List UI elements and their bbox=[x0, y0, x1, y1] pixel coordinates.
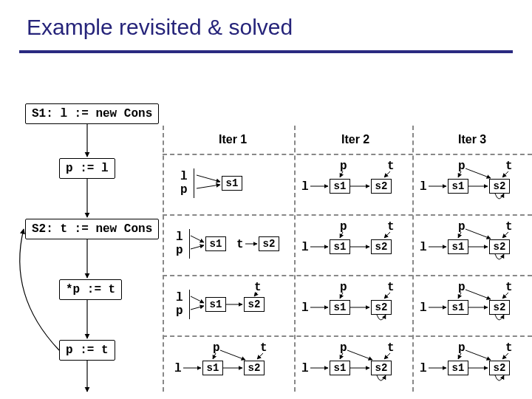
lbl-l: l bbox=[301, 180, 309, 194]
cell-r2-c1: lp s1 t s2 bbox=[170, 216, 288, 275]
node-s1: s1 bbox=[330, 179, 350, 194]
cell-r3-c3: p t l s1 s2 bbox=[415, 276, 526, 335]
svg-line-28 bbox=[191, 296, 204, 303]
stmt-s2: p := l bbox=[59, 158, 115, 179]
vdivider-0 bbox=[163, 126, 164, 392]
svg-line-13 bbox=[466, 168, 491, 178]
svg-line-29 bbox=[191, 306, 204, 310]
stmt-s3: S2: t := new Cons bbox=[25, 219, 159, 239]
lbl-t: t bbox=[505, 160, 513, 173]
svg-line-38 bbox=[466, 290, 491, 299]
title-underline bbox=[19, 50, 513, 53]
iter-3-header: Iter 3 bbox=[458, 133, 486, 146]
iter-1-header: Iter 1 bbox=[219, 133, 247, 146]
lbl-l: l bbox=[420, 180, 427, 194]
svg-line-17 bbox=[191, 245, 204, 249]
cell-r1-c1: lp s1 bbox=[170, 155, 288, 214]
vdivider-1 bbox=[294, 126, 296, 392]
stmt-s4: *p := t bbox=[59, 279, 122, 300]
lbl-p: p bbox=[180, 183, 188, 197]
cell-r2-c2: p t l s1 s2 bbox=[297, 216, 408, 275]
node-s1: s1 bbox=[205, 236, 226, 251]
node-s2: s2 bbox=[259, 236, 279, 251]
lbl-p: p bbox=[340, 160, 347, 173]
lbl-t: t bbox=[236, 238, 244, 251]
cell-r4-c1: p t l s1 s2 bbox=[170, 337, 288, 396]
svg-line-6 bbox=[197, 185, 220, 188]
svg-line-43 bbox=[220, 350, 245, 360]
stmt-s1: S1: l := new Cons bbox=[25, 103, 159, 124]
svg-line-16 bbox=[191, 236, 204, 242]
cell-r3-c1: t lp s1 s2 bbox=[170, 276, 288, 335]
vdivider-2 bbox=[412, 126, 414, 392]
node-s2: s2 bbox=[489, 179, 510, 194]
svg-line-48 bbox=[347, 350, 372, 360]
cell-r4-c2: p t l s1 s2 bbox=[297, 337, 408, 396]
cell-r4-c3: p t l s1 s2 bbox=[415, 337, 526, 396]
cell-r3-c2: p t l s1 s2 bbox=[297, 276, 408, 335]
iter-2-header: Iter 2 bbox=[341, 133, 369, 146]
node-s1: s1 bbox=[222, 176, 242, 191]
stmt-s5: p := t bbox=[59, 340, 115, 361]
cell-r1-c2: p t l s1 s2 bbox=[297, 155, 408, 214]
node-s2: s2 bbox=[371, 179, 392, 194]
svg-line-25 bbox=[466, 229, 491, 239]
page-title: Example revisited & solved bbox=[27, 15, 293, 40]
svg-line-53 bbox=[466, 350, 491, 360]
lbl-p: p bbox=[458, 160, 466, 173]
cell-r2-c3: p t l s1 s2 bbox=[415, 216, 526, 275]
node-s1: s1 bbox=[448, 179, 468, 194]
lbl-l: l bbox=[180, 170, 188, 183]
cell-r1-c3: p t l s1 s2 bbox=[415, 155, 526, 214]
lbl-t: t bbox=[387, 160, 395, 173]
svg-line-5 bbox=[197, 175, 220, 182]
